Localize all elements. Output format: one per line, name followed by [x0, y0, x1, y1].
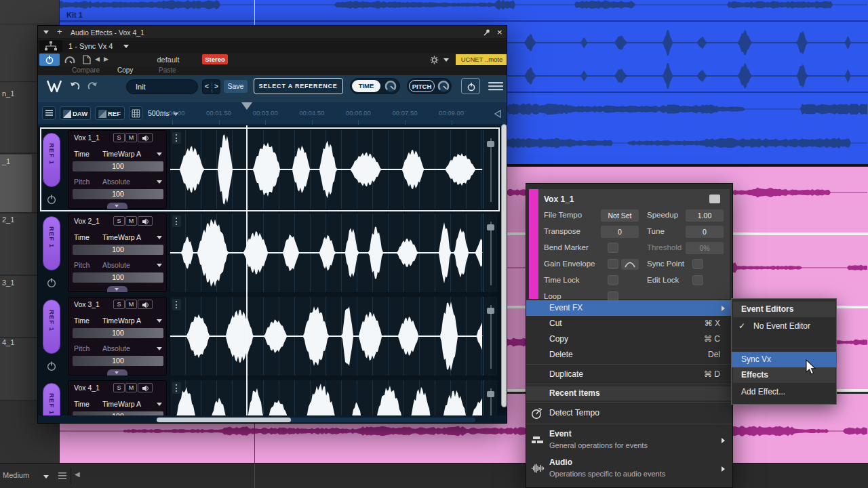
bypass-button[interactable]	[39, 54, 60, 66]
chevron-down-icon[interactable]	[157, 152, 162, 156]
ref-toggle[interactable]: REF	[95, 106, 125, 120]
collapse-tab-icon[interactable]	[107, 203, 127, 209]
prev-setup-icon[interactable]: <	[205, 83, 209, 90]
time-mode-select[interactable]: TimeWarp A	[102, 400, 141, 408]
info-value-box[interactable]: 0	[686, 226, 724, 238]
menu-item-cut[interactable]: Cut⌘ X	[526, 316, 732, 331]
audio-event-kit-track[interactable]: Kit 1	[60, 0, 868, 20]
menu-item-duplicate[interactable]: Duplicate⌘ D	[526, 367, 732, 382]
knob-compare-icon[interactable]	[64, 55, 76, 64]
insert-slot-select[interactable]: 1 - Sync Vx 4	[68, 42, 113, 50]
submenu-item-sync-vx[interactable]: Sync Vx	[732, 352, 837, 367]
scroll-left-icon[interactable]: ◀	[75, 470, 80, 478]
track-list-item[interactable]: 2_1	[0, 216, 32, 226]
select-reference-button[interactable]: SELECT A REFERENCE	[254, 78, 343, 94]
pitch-toggle[interactable]: PITCH	[407, 78, 452, 94]
info-checkbox[interactable]	[692, 275, 703, 285]
ref-tag-badge[interactable]: REF 1	[43, 300, 60, 354]
info-checkbox[interactable]	[608, 259, 618, 269]
daw-toggle[interactable]: DAW	[60, 106, 91, 120]
pin-icon[interactable]	[482, 28, 490, 37]
kebab-menu-icon[interactable]	[172, 382, 181, 394]
submenu-item-no-event-editor[interactable]: ✓No Event Editor	[733, 319, 835, 334]
track-list-item[interactable]: _1	[0, 157, 32, 168]
time-mode-select[interactable]: TimeWarp A	[102, 150, 141, 158]
chevron-down-icon[interactable]	[157, 347, 162, 350]
mute-button[interactable]: M	[125, 300, 137, 309]
redo-icon[interactable]	[87, 81, 98, 92]
pitch-amount-slider[interactable]: 100	[73, 272, 163, 283]
solo-button[interactable]: S	[113, 216, 125, 226]
monitor-button[interactable]	[138, 383, 153, 392]
solo-button[interactable]: S	[113, 300, 125, 309]
collapse-tab-icon[interactable]	[107, 286, 127, 292]
info-checkbox[interactable]	[608, 275, 618, 285]
mute-button[interactable]: M	[125, 383, 137, 392]
pitch-mode-select[interactable]: Absolute	[102, 344, 130, 352]
remote-badge[interactable]: UCNET ..mote	[456, 54, 507, 65]
list-view-button[interactable]	[42, 106, 56, 120]
save-button[interactable]: Save	[224, 80, 248, 93]
gear-icon[interactable]	[430, 56, 439, 64]
compare-button[interactable]: Compare	[72, 66, 100, 74]
kebab-menu-icon[interactable]	[172, 216, 181, 227]
pitch-mode-select[interactable]: Absolute	[102, 178, 130, 186]
pitch-mode-select[interactable]: Absolute	[102, 261, 130, 269]
time-toggle[interactable]: TIME	[350, 78, 400, 94]
time-mode-select[interactable]: TimeWarp A	[102, 317, 141, 325]
clip-gain-fader-track[interactable]	[490, 305, 492, 369]
kebab-menu-icon[interactable]	[172, 132, 181, 144]
solo-button[interactable]: S	[113, 133, 125, 142]
hamburger-menu-icon[interactable]	[488, 82, 503, 91]
clip-gain-fader-track[interactable]	[490, 222, 492, 285]
time-knob-icon[interactable]	[384, 80, 397, 92]
add-plugin-icon[interactable]: +	[57, 26, 62, 37]
setup-prev-next[interactable]: <>	[202, 79, 220, 94]
menu-item-copy[interactable]: Copy⌘ C	[526, 331, 732, 347]
solo-button[interactable]: S	[113, 383, 125, 392]
ref-tag-badge[interactable]: REF 1	[43, 383, 60, 415]
preset-next-icon[interactable]: ▶	[104, 56, 108, 62]
pitch-knob-icon[interactable]	[437, 80, 450, 92]
clip-gain-fader-thumb[interactable]	[487, 308, 494, 314]
playhead-handle-icon[interactable]	[241, 102, 252, 110]
info-checkbox[interactable]	[608, 243, 618, 253]
preset-prev-icon[interactable]: ◀	[95, 56, 100, 62]
vertical-scrollbar-thumb[interactable]	[501, 124, 507, 407]
menu-item-detect-tempo[interactable]: Detect Tempo	[526, 405, 732, 422]
window-collapse-icon[interactable]	[43, 30, 49, 34]
track-power-icon[interactable]	[46, 277, 57, 288]
time-toggle-pill[interactable]: TIME	[352, 80, 380, 92]
track-list-item[interactable]: 3_1	[0, 279, 32, 289]
paste-settings-button[interactable]: Paste	[159, 66, 176, 74]
info-value-box[interactable]: Not Set	[601, 209, 639, 222]
routing-button[interactable]	[39, 40, 62, 52]
clip-gain-fader-thumb[interactable]	[487, 141, 494, 147]
marker-flag-icon[interactable]	[494, 109, 502, 119]
close-icon[interactable]: ×	[497, 27, 502, 37]
chevron-down-icon[interactable]	[157, 264, 162, 267]
time-amount-slider[interactable]: 100	[73, 161, 163, 171]
menu-item-event[interactable]: EventGeneral operations for events	[526, 426, 732, 455]
event-select-checkbox[interactable]	[709, 195, 720, 203]
submenu-item-add-effect[interactable]: Add Effect...	[733, 384, 835, 400]
menu-item-audio[interactable]: AudioOperations specific to audio events	[526, 455, 732, 483]
info-checkbox[interactable]	[692, 259, 703, 269]
monitor-button[interactable]	[138, 133, 153, 142]
grid-button[interactable]	[129, 106, 142, 120]
track-list-item[interactable]: 4_1	[0, 338, 32, 349]
menu-item-delete[interactable]: DeleteDel	[526, 347, 732, 363]
plugin-power-button[interactable]	[461, 78, 480, 94]
mute-button[interactable]: M	[125, 216, 137, 226]
preset-doc-icon[interactable]	[83, 55, 91, 64]
zoom-preset-select[interactable]: Medium	[3, 471, 29, 479]
next-setup-icon[interactable]: >	[214, 83, 218, 90]
track-power-icon[interactable]	[46, 361, 57, 371]
scrollbar-thumb[interactable]	[157, 418, 291, 422]
kebab-menu-icon[interactable]	[172, 299, 181, 310]
ref-tag-badge[interactable]: REF 1	[43, 216, 60, 270]
track-power-icon[interactable]	[46, 194, 57, 205]
monitor-button[interactable]	[138, 300, 153, 309]
menu-item-event-fx[interactable]: Event FX	[526, 300, 733, 316]
copy-settings-button[interactable]: Copy	[117, 66, 133, 74]
